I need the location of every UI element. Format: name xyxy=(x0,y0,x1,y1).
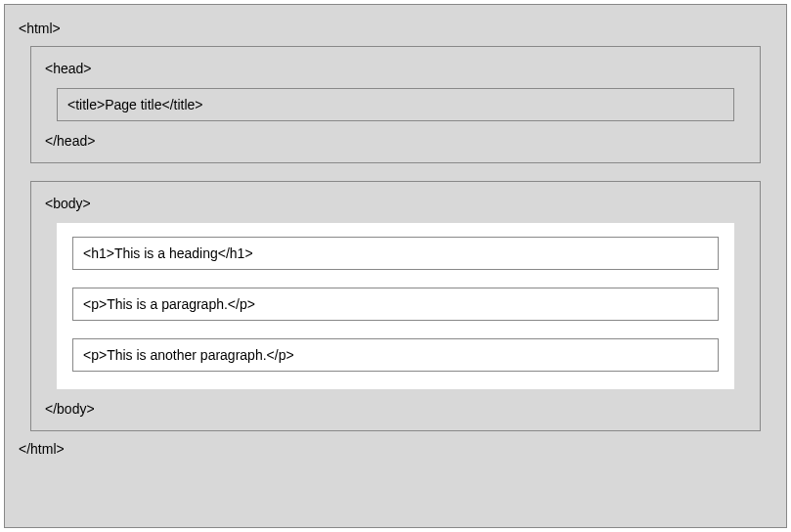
html-open-tag: <html> xyxy=(19,21,772,36)
title-box: <title>Page title</title> xyxy=(57,88,734,121)
head-open-tag: <head> xyxy=(45,61,746,76)
p2-box: <p>This is another paragraph.</p> xyxy=(72,338,719,372)
html-close-tag: </html> xyxy=(19,441,772,457)
html-box: <html> <head> <title>Page title</title> … xyxy=(4,4,787,528)
p1-box: <p>This is a paragraph.</p> xyxy=(72,288,719,321)
head-box: <head> <title>Page title</title> </head> xyxy=(30,46,761,163)
body-content-area: <h1>This is a heading</h1> <p>This is a … xyxy=(57,223,734,389)
body-open-tag: <body> xyxy=(45,196,746,211)
body-box: <body> <h1>This is a heading</h1> <p>Thi… xyxy=(30,181,761,431)
body-close-tag: </body> xyxy=(45,401,746,417)
h1-box: <h1>This is a heading</h1> xyxy=(72,237,719,270)
head-close-tag: </head> xyxy=(45,133,746,149)
